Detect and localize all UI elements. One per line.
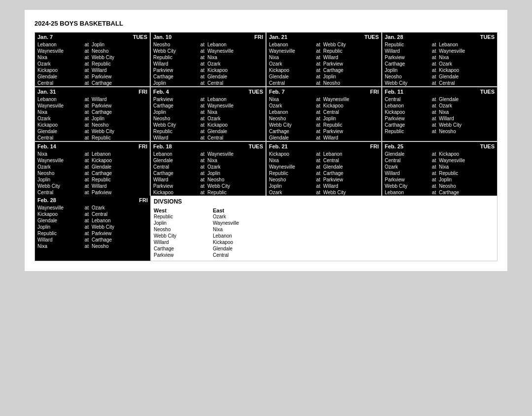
at-label: at: [82, 74, 92, 79]
at-label: at: [429, 55, 439, 60]
game-row: NixaatNeosho: [35, 243, 150, 249]
game-row: WaynesvilleatRepublic: [266, 48, 381, 54]
game-row: CarthageatJoplin: [151, 170, 266, 176]
home-team: Parkview: [385, 116, 429, 121]
at-label: at: [198, 61, 207, 67]
east-team: Kickapoo: [213, 239, 272, 245]
game-row: NeoshoatOzark: [151, 115, 266, 122]
away-team: Nixa: [439, 55, 483, 60]
schedule-block-jan31: Jan. 31FRILebanonatWillardWaynesvilleatP…: [35, 87, 150, 141]
away-team: Kickapoo: [439, 68, 483, 73]
at-label: at: [82, 231, 92, 236]
at-label: at: [313, 164, 323, 170]
game-row: CarthageatWaynesville: [151, 103, 266, 109]
away-team: Waynesville: [323, 97, 367, 102]
game-row: OzarkatNixa: [382, 164, 497, 170]
at-label: at: [198, 116, 207, 121]
away-team: Nixa: [439, 164, 483, 170]
block-date: Feb. 7: [269, 89, 285, 95]
game-row: ParkviewatWillard: [382, 115, 497, 122]
at-label: at: [82, 237, 92, 243]
away-team: Joplin: [323, 116, 367, 121]
at-label: at: [429, 129, 439, 134]
home-team: Central: [269, 80, 313, 86]
game-row: WaynesvilleatKickapoo: [35, 157, 150, 164]
schedule-block-feb11: Feb. 11TUESCentralatGlendaleLebanonatOza…: [382, 87, 497, 141]
block-day: FRI: [138, 89, 147, 95]
away-team: Ozark: [207, 61, 252, 67]
away-team: Neosho: [323, 80, 367, 86]
east-team: Nixa: [213, 226, 272, 233]
east-team: Lebanon: [213, 233, 272, 239]
at-label: at: [82, 42, 92, 47]
block-date: Feb. 18: [153, 143, 172, 149]
east-team: Glendale: [213, 245, 272, 252]
game-row: LebanonatCarthage: [382, 189, 497, 196]
home-team: Republic: [385, 129, 429, 134]
game-row: KickapooatCentral: [35, 211, 150, 217]
game-row: OzarkatJoplin: [35, 115, 150, 122]
away-team: Neosho: [92, 48, 136, 54]
east-header: East: [213, 208, 272, 213]
game-row: WaynesvilleatParkview: [35, 103, 150, 109]
home-team: Central: [37, 135, 82, 140]
home-team: Joplin: [269, 183, 313, 189]
game-row: ParkviewatJoplin: [382, 176, 497, 183]
at-label: at: [313, 183, 323, 189]
away-team: Parkview: [92, 103, 136, 108]
home-team: Willard: [153, 135, 198, 140]
away-team: Republic: [323, 48, 367, 54]
game-row: JoplinatRepublic: [35, 176, 150, 183]
at-label: at: [82, 103, 92, 108]
game-row: GlendaleatWebb City: [35, 128, 150, 135]
at-label: at: [82, 55, 92, 60]
game-row: CentralatGlendale: [382, 96, 497, 103]
away-team: Lebanon: [92, 218, 136, 223]
at-label: at: [82, 171, 92, 176]
home-team: Carthage: [385, 61, 429, 67]
game-row: Webb CityatKickapoo: [151, 122, 266, 128]
game-row: ParkviewatWebb City: [151, 183, 266, 189]
home-team: Nixa: [269, 158, 313, 163]
away-team: Webb City: [323, 42, 367, 47]
game-row: OzarkatGlendale: [35, 164, 150, 170]
game-row: ParkviewatLebanon: [151, 96, 266, 103]
game-row: CentralatWaynesville: [382, 157, 497, 164]
home-team: Glendale: [385, 151, 429, 157]
home-team: Kickapoo: [269, 151, 313, 157]
at-label: at: [429, 116, 439, 121]
away-team: Glendale: [439, 97, 483, 102]
away-team: Central: [439, 80, 483, 86]
game-row: ParkviewatNixa: [382, 54, 497, 61]
home-team: Ozark: [37, 61, 82, 67]
west-team: Neosho: [154, 226, 213, 233]
away-team: Parkview: [323, 61, 367, 67]
at-label: at: [198, 164, 207, 170]
at-label: at: [313, 97, 323, 102]
at-label: at: [82, 61, 92, 67]
at-label: at: [198, 122, 207, 128]
home-team: Carthage: [269, 129, 313, 134]
game-row: KickapooatNixa: [382, 109, 497, 115]
home-team: Nixa: [37, 55, 82, 60]
game-row: GlendaleatWillard: [266, 135, 381, 141]
away-team: Neosho: [439, 183, 483, 189]
at-label: at: [198, 151, 207, 157]
away-team: Willard: [92, 183, 136, 189]
game-row: OzarkatKickapoo: [266, 103, 381, 109]
at-label: at: [82, 158, 92, 163]
game-row: Webb CityatWaynesville: [151, 48, 266, 54]
game-row: LebanonatCentral: [266, 109, 381, 115]
game-row: CarthageatGlendale: [151, 73, 266, 80]
home-team: Lebanon: [153, 151, 198, 157]
game-row: GlendaleatKickapoo: [382, 151, 497, 157]
east-team: Central: [213, 252, 272, 258]
home-team: Carthage: [153, 74, 198, 79]
block-day: FRI: [370, 143, 379, 149]
home-team: Waynesville: [269, 164, 313, 170]
at-label: at: [313, 103, 323, 108]
game-row: NixaatWaynesville: [266, 96, 381, 103]
at-label: at: [82, 211, 92, 217]
away-team: Lebanon: [207, 97, 252, 102]
away-team: Parkview: [92, 190, 136, 195]
